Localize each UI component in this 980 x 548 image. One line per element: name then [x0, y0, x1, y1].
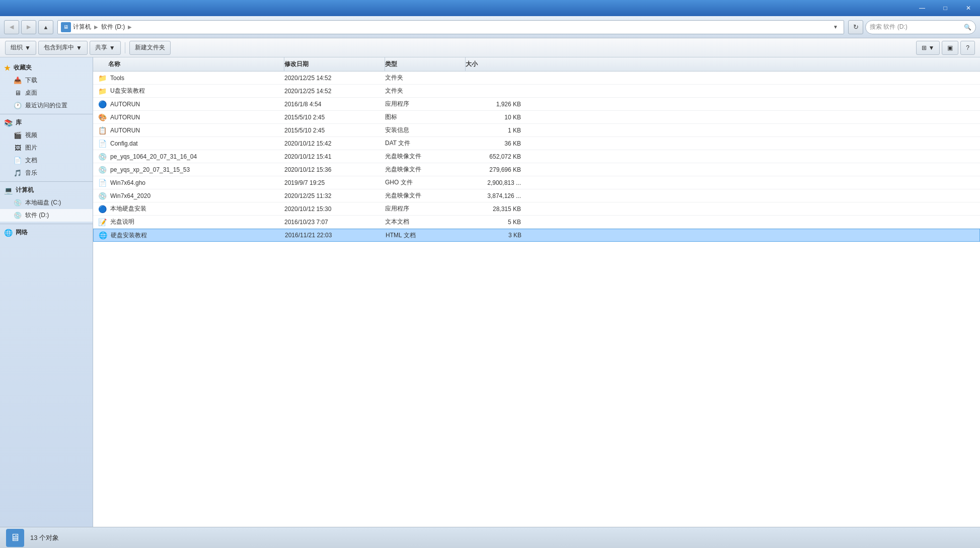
help-button[interactable]: ? — [960, 41, 975, 55]
file-date-2: 2016/1/8 4:54 — [284, 101, 385, 108]
organize-button[interactable]: 组织 ▼ — [5, 41, 36, 55]
add-to-library-button[interactable]: 包含到库中 ▼ — [38, 41, 88, 55]
table-row[interactable]: 📄 Config.dat 2020/10/12 15:42 DAT 文件 36 … — [93, 137, 980, 150]
share-dropdown-icon: ▼ — [109, 44, 115, 51]
sidebar-item-videos[interactable]: 🎬 视频 — [0, 129, 93, 142]
file-date-8: 2019/9/7 19:25 — [284, 179, 385, 186]
col-header-size[interactable]: 大小 — [466, 57, 531, 71]
table-row[interactable]: 🔵 AUTORUN 2016/1/8 4:54 应用程序 1,926 KB — [93, 98, 980, 111]
share-button[interactable]: 共享 ▼ — [90, 41, 121, 55]
address-dropdown[interactable]: ▼ — [831, 22, 841, 33]
sidebar-item-software-d[interactable]: 💿 软件 (D:) — [0, 209, 93, 222]
file-type-7: 光盘映像文件 — [385, 165, 466, 174]
images-label: 图片 — [25, 144, 37, 152]
sidebar-item-desktop[interactable]: 🖥 桌面 — [0, 87, 93, 99]
search-icon: 🔍 — [964, 24, 971, 31]
maximize-button[interactable]: □ — [934, 0, 957, 16]
documents-label: 文档 — [25, 156, 37, 165]
file-name-7: pe_yqs_xp_20_07_31_15_53 — [110, 166, 190, 173]
view-controls: ⊞ ▼ ▣ ? — [916, 41, 975, 55]
new-folder-button[interactable]: 新建文件夹 — [129, 41, 171, 55]
table-row[interactable]: 📝 光盘说明 2016/10/23 7:07 文本文档 5 KB — [93, 216, 980, 229]
libraries-header[interactable]: 📚 库 — [0, 116, 93, 129]
file-name-11: 光盘说明 — [110, 218, 134, 226]
software-d-label: 软件 (D:) — [25, 211, 49, 220]
file-date-10: 2020/10/12 15:30 — [284, 206, 385, 213]
sidebar-item-recent[interactable]: 🕐 最近访问的位置 — [0, 99, 93, 112]
table-row[interactable]: 📄 Win7x64.gho 2019/9/7 19:25 GHO 文件 2,90… — [93, 176, 980, 189]
sidebar-item-music[interactable]: 🎵 音乐 — [0, 167, 93, 179]
file-name-0: Tools — [110, 75, 124, 82]
table-row[interactable]: 🌐 硬盘安装教程 2016/11/21 22:03 HTML 文档 3 KB — [93, 229, 980, 242]
refresh-button[interactable]: ↻ — [848, 20, 863, 34]
table-row[interactable]: 🔵 本地硬盘安装 2020/10/12 15:30 应用程序 28,315 KB — [93, 202, 980, 216]
sidebar-divider-3 — [0, 224, 93, 224]
file-icon-3: 🎨 — [97, 113, 107, 122]
file-icon-8: 📄 — [97, 178, 107, 187]
favorites-header[interactable]: ★ 收藏夹 — [0, 61, 93, 74]
computer-section: 💻 计算机 💿 本地磁盘 (C:) 💿 软件 (D:) — [0, 184, 93, 222]
libraries-icon: 📚 — [4, 119, 13, 127]
breadcrumb-computer[interactable]: 计算机 — [73, 23, 91, 31]
search-bar[interactable]: 搜索 软件 (D:) 🔍 — [865, 20, 976, 34]
file-date-0: 2020/12/25 14:52 — [284, 75, 385, 82]
file-size-5: 36 KB — [466, 140, 531, 147]
col-header-type[interactable]: 类型 — [385, 57, 466, 71]
recent-icon: 🕐 — [13, 102, 22, 110]
sidebar-item-documents[interactable]: 📄 文档 — [0, 154, 93, 167]
preview-button[interactable]: ▣ — [942, 41, 958, 55]
sidebar: ★ 收藏夹 📥 下载 🖥 桌面 🕐 最近访问的位置 📚 库 — [0, 57, 93, 527]
table-row[interactable]: 💿 pe_yqs_1064_20_07_31_16_04 2020/10/12 … — [93, 150, 980, 163]
breadcrumb-sep-1: ▶ — [93, 24, 99, 30]
col-header-name[interactable]: 名称 — [93, 57, 284, 71]
table-row[interactable]: 📁 Tools 2020/12/25 14:52 文件夹 — [93, 72, 980, 85]
table-row[interactable]: 💿 Win7x64_2020 2020/12/25 11:32 光盘映像文件 3… — [93, 189, 980, 202]
file-size-4: 1 KB — [466, 127, 531, 134]
back-button[interactable]: ◀ — [4, 20, 19, 34]
network-label: 网络 — [16, 228, 28, 237]
file-type-3: 图标 — [385, 113, 466, 121]
file-type-0: 文件夹 — [385, 74, 466, 82]
computer-header[interactable]: 💻 计算机 — [0, 184, 93, 196]
table-row[interactable]: 📋 AUTORUN 2015/5/10 2:45 安装信息 1 KB — [93, 124, 980, 137]
toolbar: 组织 ▼ 包含到库中 ▼ 共享 ▼ 新建文件夹 ⊞ ▼ ▣ ? — [0, 38, 980, 57]
address-bar[interactable]: 🖥 计算机 ▶ 软件 (D:) ▶ ▼ — [57, 20, 844, 34]
images-icon: 🖼 — [13, 144, 22, 152]
file-icon-10: 🔵 — [97, 204, 107, 214]
file-date-3: 2015/5/10 2:45 — [284, 114, 385, 121]
minimize-button[interactable]: — — [911, 0, 934, 16]
file-name-8: Win7x64.gho — [110, 179, 145, 186]
file-name-1: U盘安装教程 — [110, 87, 145, 95]
table-row[interactable]: 📁 U盘安装教程 2020/12/25 14:52 文件夹 — [93, 85, 980, 98]
nav-bar: ◀ ▶ ▲ 🖥 计算机 ▶ 软件 (D:) ▶ ▼ ↻ 搜索 软件 (D:) 🔍 — [0, 16, 980, 38]
up-button[interactable]: ▲ — [38, 20, 53, 34]
sidebar-item-local-c[interactable]: 💿 本地磁盘 (C:) — [0, 196, 93, 209]
table-row[interactable]: 🎨 AUTORUN 2015/5/10 2:45 图标 10 KB — [93, 111, 980, 124]
file-icon-0: 📁 — [97, 74, 107, 83]
file-date-9: 2020/12/25 11:32 — [284, 192, 385, 199]
network-header[interactable]: 🌐 网络 — [0, 226, 93, 239]
file-list-header: 名称 修改日期 类型 大小 — [93, 57, 980, 72]
breadcrumb-software-d[interactable]: 软件 (D:) — [101, 23, 125, 31]
computer-label: 计算机 — [16, 186, 34, 194]
status-bar: 🖥 13 个对象 — [0, 527, 980, 548]
file-icon-5: 📄 — [97, 139, 107, 148]
computer-icon: 💻 — [4, 186, 13, 194]
col-header-date[interactable]: 修改日期 — [284, 57, 385, 71]
file-size-10: 28,315 KB — [466, 206, 531, 213]
sidebar-item-images[interactable]: 🖼 图片 — [0, 142, 93, 154]
close-button[interactable]: ✕ — [957, 0, 980, 16]
sidebar-item-downloads[interactable]: 📥 下载 — [0, 74, 93, 87]
file-size-12: 3 KB — [466, 232, 532, 239]
file-icon-4: 📋 — [97, 126, 107, 135]
file-icon-1: 📁 — [97, 87, 107, 96]
file-type-4: 安装信息 — [385, 126, 466, 134]
table-row[interactable]: 💿 pe_yqs_xp_20_07_31_15_53 2020/10/12 15… — [93, 163, 980, 176]
forward-button[interactable]: ▶ — [21, 20, 36, 34]
file-icon-6: 💿 — [97, 152, 107, 161]
file-name-3: AUTORUN — [110, 114, 140, 121]
file-type-12: HTML 文档 — [386, 231, 466, 240]
view-mode-button[interactable]: ⊞ ▼ — [916, 41, 940, 55]
file-date-5: 2020/10/12 15:42 — [284, 140, 385, 147]
toolbar-separator — [125, 42, 125, 53]
